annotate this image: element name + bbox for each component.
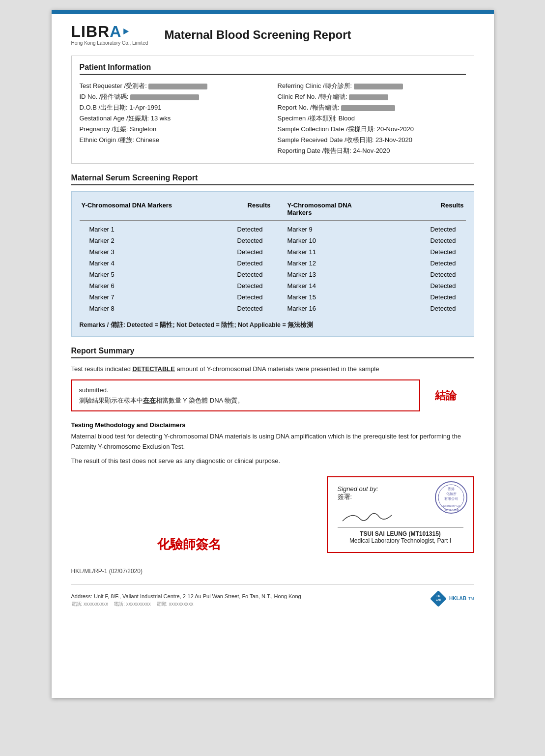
- patient-left-col: Test Requester /受測者: ID No. /證件號碼: D.O.B…: [80, 81, 268, 156]
- footer-address-text: Address: Unit F, 8/F., Valiant Industria…: [71, 593, 301, 608]
- signature-line: [338, 505, 463, 527]
- info-ethnic: Ethnic Origin /種族: Chinese: [80, 135, 268, 145]
- serum-section: Maternal Serum Screening Report Y-Chromo…: [71, 174, 474, 337]
- report-title: Maternal Blood Screening Report: [165, 28, 351, 42]
- marker-result: Detected: [369, 291, 466, 303]
- marker-name: Marker 2: [80, 235, 176, 246]
- serum-heading: Maternal Serum Screening Report: [71, 174, 474, 185]
- marker-name: Marker 12: [273, 258, 370, 269]
- chemist-label: 化驗師簽名: [71, 536, 307, 553]
- marker-name: Marker 10: [273, 235, 370, 246]
- markers-table-container: Y-Chromosomal DNA Markers Results Y-Chro…: [71, 191, 474, 337]
- marker-name: Marker 15: [273, 291, 370, 303]
- marker-row: Marker 10Detected: [273, 235, 466, 246]
- info-collection-date: Sample Collection Date /採樣日期: 20-Nov-202…: [278, 124, 466, 135]
- marker-result: Detected: [176, 224, 273, 235]
- summary-text-line1: Test results indicated DETECTABLE amount…: [71, 364, 474, 375]
- logo-area: LIBRA‣ Hong Kong Laboratory Co., Limited: [71, 24, 150, 46]
- summary-section: Report Summary Test results indicated DE…: [71, 347, 474, 411]
- marker-name: Marker 16: [273, 303, 370, 314]
- marker-result: Detected: [369, 258, 466, 269]
- marker-row: Marker 8Detected: [80, 303, 273, 314]
- hklab-tm: TM: [468, 596, 474, 601]
- col-header-right-result: Results: [369, 199, 466, 221]
- info-dob: D.O.B /出生日期: 1-Apr-1991: [80, 102, 268, 113]
- marker-name: Marker 8: [80, 303, 176, 314]
- patient-info-section: Patient Information Test Requester /受測者:…: [71, 56, 474, 164]
- marker-result: Detected: [369, 269, 466, 280]
- marker-name: Marker 13: [273, 269, 370, 280]
- marker-result: Detected: [176, 280, 273, 291]
- marker-result: Detected: [369, 224, 466, 235]
- test-requester-value: [148, 84, 207, 89]
- marker-row: Marker 16Detected: [273, 303, 466, 314]
- marker-name: Marker 9: [273, 224, 370, 235]
- marker-name: Marker 6: [80, 280, 176, 291]
- methodology-heading: Testing Methodology and Disclaimers: [71, 421, 474, 429]
- info-specimen: Specimen /樣本類別: Blood: [278, 113, 466, 124]
- marker-result: Detected: [176, 235, 273, 246]
- marker-name: Marker 7: [80, 291, 176, 303]
- svg-text:HK: HK: [436, 594, 440, 597]
- patient-right-col: Referring Clinic /轉介診所: Clinic Ref No. /…: [278, 81, 466, 156]
- methodology-text2: The result of this test does not serve a…: [71, 456, 474, 466]
- marker-result: Detected: [176, 269, 273, 280]
- signatory-name: TSUI SAI LEUNG (MT101315): [338, 530, 463, 537]
- left-markers-headers: Y-Chromosomal DNA Markers Results: [80, 199, 273, 221]
- hklab-diamond-icon: HK LAB: [430, 590, 447, 608]
- footer-ref: HKL/ML/RP-1 (02/07/2020): [71, 568, 474, 575]
- marker-row: Marker 13Detected: [273, 269, 466, 280]
- logo-subtitle: Hong Kong Laboratory Co., Limited: [71, 40, 148, 46]
- col-header-left-result: Results: [176, 199, 273, 221]
- info-report-no: Report No. /報告編號:: [278, 102, 466, 113]
- marker-row: Marker 4Detected: [80, 258, 273, 269]
- report-page: LIBRA‣ Hong Kong Laboratory Co., Limited…: [52, 10, 494, 698]
- marker-result: Detected: [176, 291, 273, 303]
- marker-result: Detected: [369, 246, 466, 258]
- marker-result: Detected: [369, 303, 466, 314]
- conclusion-label: 結論: [435, 388, 474, 403]
- detectable-label: DETECTABLE: [133, 365, 175, 373]
- methodology-text1: Maternal blood test for detecting Y-chro…: [71, 432, 474, 452]
- marker-name: Marker 5: [80, 269, 176, 280]
- marker-row: Marker 1Detected: [80, 224, 273, 235]
- marker-result: Detected: [176, 258, 273, 269]
- info-reporting-date: Reporting Date /報告日期: 24-Nov-2020: [278, 145, 466, 156]
- signatory-title: Medical Laboratory Technologist, Part I: [338, 537, 463, 544]
- col-header-right-name: Y-Chromosomal DNA Markers: [273, 199, 370, 221]
- marker-row: Marker 5Detected: [80, 269, 273, 280]
- logo-text: LIBRA‣: [71, 24, 131, 39]
- svg-text:香港: 香港: [448, 487, 455, 491]
- chinese-result: 測驗結果顯示在樣本中在在相當數量 Y 染色體 DNA 物質。: [79, 396, 412, 406]
- marker-row: Marker 3Detected: [80, 246, 273, 258]
- submitted-box: submitted. 測驗結果顯示在樣本中在在相當數量 Y 染色體 DNA 物質…: [71, 379, 420, 412]
- marker-row: Marker 9Detected: [273, 224, 466, 235]
- info-received-date: Sample Received Date /收樣日期: 23-Nov-2020: [278, 135, 466, 145]
- markers-body: Marker 1DetectedMarker 2DetectedMarker 3…: [80, 224, 466, 314]
- referring-clinic-value: [354, 84, 403, 89]
- left-markers-col: Marker 1DetectedMarker 2DetectedMarker 3…: [80, 224, 273, 314]
- footer-logo: HK LAB HKLAB TM: [430, 590, 474, 608]
- clinic-ref-value: [349, 94, 388, 100]
- footer-address-bar: Address: Unit F, 8/F., Valiant Industria…: [71, 584, 474, 608]
- marker-row: Marker 12Detected: [273, 258, 466, 269]
- marker-name: Marker 3: [80, 246, 176, 258]
- marker-name: Marker 14: [273, 280, 370, 291]
- marker-result: Detected: [369, 235, 466, 246]
- marker-row: Marker 11Detected: [273, 246, 466, 258]
- top-bar: [52, 10, 494, 14]
- marker-row: Marker 14Detected: [273, 280, 466, 291]
- methodology-section: Testing Methodology and Disclaimers Mate…: [71, 421, 474, 466]
- svg-text:化驗所: 化驗所: [446, 492, 456, 495]
- info-gestational-age: Gestational Age /妊娠期: 13 wks: [80, 113, 268, 124]
- info-clinic-ref: Clinic Ref No. /轉介編號:: [278, 91, 466, 102]
- patient-info-grid: Test Requester /受測者: ID No. /證件號碼: D.O.B…: [80, 81, 466, 156]
- col-header-left-name: Y-Chromosomal DNA Markers: [80, 199, 176, 221]
- submitted-text: submitted.: [79, 385, 412, 396]
- info-test-requester: Test Requester /受測者:: [80, 81, 268, 91]
- markers-headers: Y-Chromosomal DNA Markers Results Y-Chro…: [80, 199, 466, 221]
- right-markers-headers: Y-Chromosomal DNA Markers Results: [273, 199, 466, 221]
- marker-name: Marker 1: [80, 224, 176, 235]
- patient-info-heading: Patient Information: [80, 63, 466, 75]
- header: LIBRA‣ Hong Kong Laboratory Co., Limited…: [71, 24, 474, 46]
